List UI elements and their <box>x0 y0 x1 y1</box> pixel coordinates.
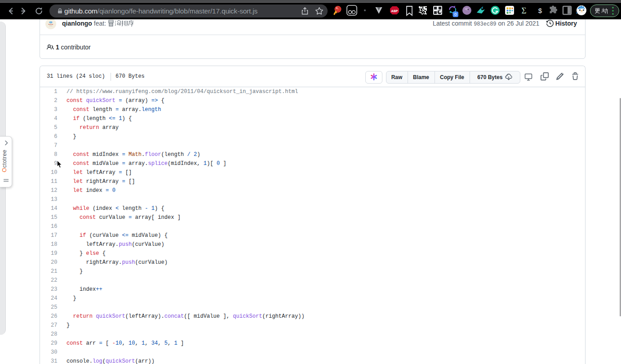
svg-text:Σ: Σ <box>521 6 526 15</box>
svg-text:$: $ <box>538 7 542 14</box>
svg-text:0: 0 <box>454 12 457 17</box>
svg-text:ABP: ABP <box>391 9 398 13</box>
